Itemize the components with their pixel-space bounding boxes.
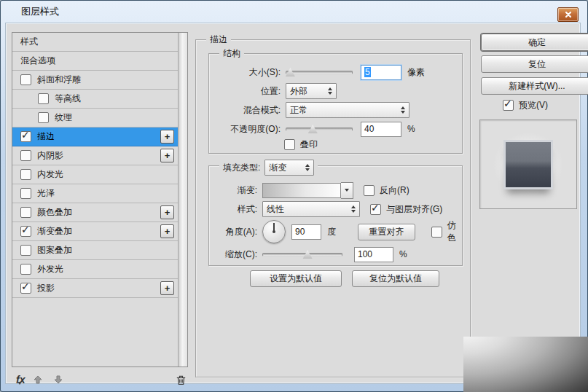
checkbox-checked-icon[interactable]: ✓ [20, 131, 31, 142]
duplicate-effect-button[interactable]: + [160, 149, 174, 162]
arrow-down-icon [54, 375, 63, 384]
move-up-button[interactable] [34, 375, 42, 384]
dither-checkbox[interactable]: 仿色 [431, 219, 456, 244]
ok-label: 确定 [528, 36, 546, 49]
reverse-checkbox[interactable]: 反向(R) [364, 184, 409, 197]
style-dropdown[interactable]: 线性 [262, 201, 360, 217]
duplicate-effect-button[interactable]: + [160, 281, 174, 295]
checkbox-icon[interactable] [20, 264, 31, 275]
sidebar-item[interactable]: 内发光 [12, 165, 187, 184]
opacity-input[interactable]: 40 [361, 122, 401, 137]
structure-legend: 结构 [219, 47, 244, 60]
add-effect-button[interactable]: fx [16, 374, 22, 385]
new-style-button[interactable]: 新建样式(W)... [481, 77, 588, 95]
stepper-icon [351, 205, 356, 213]
delete-effect-button[interactable] [176, 375, 187, 385]
sidebar-item[interactable]: 光泽 [12, 184, 187, 203]
sidebar-item[interactable]: 颜色叠加+ [12, 203, 187, 222]
make-default-button[interactable]: 设置为默认值 [250, 270, 342, 287]
position-dropdown[interactable]: 外部 [286, 83, 337, 99]
sidebar-item[interactable]: 外发光 [12, 260, 187, 279]
angle-dial[interactable] [262, 220, 286, 243]
gradient-label: 渐变: [216, 184, 257, 197]
checkbox-icon[interactable] [38, 112, 49, 123]
checkbox-icon[interactable] [20, 150, 31, 161]
gradient-picker-button[interactable] [341, 182, 353, 199]
checkbox-icon[interactable] [20, 169, 31, 180]
sidebar-item[interactable]: 混合选项 [12, 52, 187, 71]
opacity-unit: % [407, 124, 415, 134]
list-scrollbar[interactable] [178, 33, 187, 366]
dial-hub-icon [273, 230, 275, 233]
sidebar-item-label: 图案叠加 [37, 244, 72, 256]
checkbox-icon[interactable] [20, 74, 31, 85]
opacity-slider-track[interactable] [286, 128, 353, 131]
fill-type-dropdown[interactable]: 渐变 [264, 160, 314, 176]
sidebar-item-label: 样式 [20, 36, 38, 48]
duplicate-effect-button[interactable]: + [160, 205, 174, 219]
close-button[interactable] [557, 7, 579, 22]
opacity-slider[interactable] [286, 123, 353, 135]
titlebar[interactable]: 图层样式 [1, 1, 587, 23]
checkbox-checked-icon[interactable]: ✓ [20, 283, 31, 294]
angle-label: 角度(A): [216, 226, 257, 238]
sidebar-item[interactable]: 等高线 [12, 90, 187, 109]
angle-row: 角度(A): 90 度 重置对齐 [216, 220, 456, 243]
stepper-icon [305, 164, 310, 171]
sidebar-item[interactable]: ✓描边+ [12, 128, 187, 146]
sidebar-item[interactable]: 图案叠加 [12, 241, 187, 260]
checkbox-icon[interactable] [20, 245, 31, 256]
sidebar-item-label: 内阴影 [37, 149, 63, 162]
sidebar-item-label: 斜面和浮雕 [37, 74, 81, 86]
duplicate-effect-button[interactable]: + [160, 130, 174, 144]
sidebar-item[interactable]: ✓投影+ [12, 279, 187, 298]
checkbox-icon[interactable] [38, 93, 49, 104]
gradient-swatch[interactable] [262, 183, 341, 198]
preview-glow [493, 133, 563, 197]
sidebar-item-label: 投影 [37, 282, 55, 294]
align-layer-label: 与图层对齐(G) [386, 203, 442, 216]
sidebar-item-label: 纹理 [55, 111, 72, 124]
size-slider-track[interactable] [286, 71, 353, 74]
blend-mode-dropdown[interactable]: 正常 [286, 102, 409, 118]
checkbox-checked-icon[interactable]: ✓ [20, 226, 31, 237]
duplicate-effect-button[interactable]: + [160, 224, 174, 238]
move-down-button[interactable] [54, 375, 63, 384]
size-input[interactable]: 5 [361, 65, 401, 80]
checkbox-icon [364, 185, 375, 196]
angle-input[interactable]: 90 [291, 224, 321, 240]
reset-align-button[interactable]: 重置对齐 [358, 224, 415, 240]
scale-slider[interactable] [262, 248, 342, 260]
reset-default-button[interactable]: 复位为默认值 [352, 270, 439, 287]
trash-icon [176, 375, 187, 385]
make-default-label: 设置为默认值 [270, 273, 322, 285]
dither-label: 仿色 [447, 219, 456, 244]
size-slider[interactable] [286, 66, 353, 78]
sidebar-item[interactable]: 纹理 [12, 109, 187, 128]
preview-thumbnail [503, 140, 553, 189]
reset-align-label: 重置对齐 [369, 226, 404, 238]
fill-type-value: 渐变 [269, 162, 301, 174]
preview-checkbox[interactable]: ✓ 预览(V) [503, 99, 548, 111]
scale-slider-track[interactable] [262, 253, 342, 256]
fx-caret-icon [17, 382, 22, 385]
list-footer-toolbar: fx [12, 372, 195, 388]
scale-input[interactable]: 100 [354, 247, 393, 262]
checkbox-icon[interactable] [20, 207, 31, 218]
sidebar-item[interactable]: ✓渐变叠加+ [12, 222, 187, 241]
size-label: 大小(S): [216, 66, 281, 79]
sidebar-item[interactable]: 斜面和浮雕 [12, 71, 187, 90]
overprint-label: 叠印 [300, 138, 318, 151]
overprint-checkbox[interactable]: 叠印 [284, 138, 318, 151]
reset-default-label: 复位为默认值 [369, 273, 422, 285]
reset-button[interactable]: 复位 [481, 55, 588, 73]
align-layer-checkbox[interactable]: ✓ 与图层对齐(G) [370, 203, 442, 216]
sidebar-item[interactable]: 内阴影+ [12, 146, 187, 165]
opacity-value: 40 [364, 124, 374, 134]
checkbox-icon[interactable] [20, 188, 31, 199]
sidebar-item-label: 描边 [37, 130, 55, 143]
sidebar-item[interactable]: 样式 [12, 33, 187, 52]
fill-type-label: 填充类型: [223, 162, 260, 174]
fill-type-group: 填充类型: 渐变 渐变: 反 [208, 165, 463, 266]
ok-button[interactable]: 确定 [481, 34, 588, 51]
